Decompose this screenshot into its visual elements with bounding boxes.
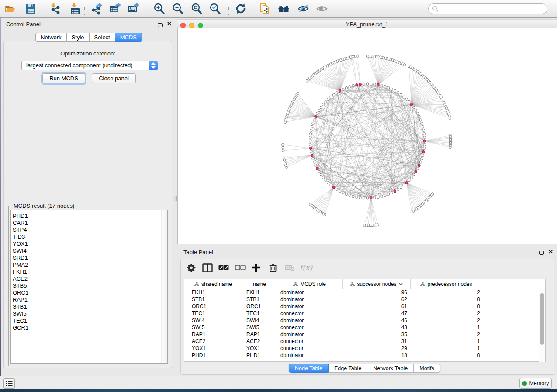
network-node[interactable] (415, 109, 417, 112)
network-node[interactable] (423, 143, 426, 146)
network-node[interactable] (327, 181, 329, 184)
column-header-shared-name[interactable]: shared name (184, 279, 242, 289)
network-node[interactable] (423, 147, 425, 149)
column-header-successor-nodes[interactable]: successor nodes (343, 279, 411, 289)
column-header-MCDS-role[interactable]: MCDS role (277, 279, 343, 289)
optimization-criterion-select[interactable]: largest connected component (undirected) (21, 61, 158, 70)
network-node[interactable] (422, 125, 424, 128)
control-tab-mcds[interactable]: MCDS (115, 33, 142, 42)
home-icon[interactable] (277, 2, 291, 15)
network-node[interactable] (336, 188, 338, 191)
network-node[interactable] (422, 129, 425, 131)
network-node[interactable] (356, 55, 359, 57)
network-node[interactable] (349, 194, 351, 196)
table-row[interactable]: SWI5SWI5connector431 (184, 324, 545, 331)
table-row[interactable]: STB1STB1dominator620 (184, 296, 545, 303)
network-node[interactable] (394, 89, 396, 92)
network-node[interactable] (416, 167, 419, 170)
mcds-node[interactable] (423, 140, 426, 142)
table-row[interactable]: YOX1YOX1connector291 (184, 345, 545, 352)
column-header-name[interactable]: name (242, 279, 277, 289)
create-column-plus-icon[interactable] (251, 262, 261, 273)
export-network-icon[interactable] (90, 2, 103, 15)
network-node[interactable] (381, 84, 383, 87)
mcds-node[interactable] (418, 164, 420, 167)
mcds-result-list[interactable]: PHD1CAR1STP4TID3YOX1SWI4SRD1PMA2FKH1ACE2… (10, 210, 168, 364)
network-node[interactable] (327, 98, 329, 100)
export-image-icon[interactable] (127, 2, 140, 15)
network-node[interactable] (363, 197, 365, 199)
network-node[interactable] (345, 86, 347, 89)
export-table-icon[interactable] (108, 2, 121, 15)
mcds-node[interactable] (356, 83, 358, 86)
network-node[interactable] (423, 136, 426, 139)
mcds-result-item[interactable]: PHD1 (11, 213, 159, 220)
network-node[interactable] (408, 100, 410, 103)
network-node[interactable] (282, 146, 284, 149)
network-node[interactable] (400, 186, 402, 189)
network-node[interactable] (397, 91, 399, 94)
network-node[interactable] (422, 154, 424, 156)
network-node[interactable] (352, 195, 354, 198)
network-node[interactable] (312, 122, 314, 124)
mcds-node[interactable] (394, 190, 396, 193)
network-node[interactable] (356, 196, 358, 199)
table-scrollbar[interactable] (539, 289, 545, 362)
show-column-panel-icon[interactable] (202, 262, 213, 273)
network-node[interactable] (315, 164, 317, 167)
mcds-result-item[interactable]: GCR1 (11, 324, 159, 331)
network-node[interactable] (322, 176, 324, 179)
delete-table-icon[interactable] (284, 262, 295, 273)
network-node[interactable] (342, 191, 344, 194)
network-node[interactable] (377, 196, 379, 199)
close-panel-icon[interactable]: ✕ (167, 22, 172, 26)
network-node[interactable] (313, 161, 315, 163)
mcds-node[interactable] (316, 167, 318, 170)
network-node[interactable] (403, 96, 405, 98)
network-node[interactable] (309, 143, 311, 146)
network-node[interactable] (313, 119, 315, 121)
mcds-node[interactable] (359, 83, 361, 86)
run-mcds-button[interactable]: Run MCDS (42, 73, 85, 83)
mcds-result-item[interactable]: STB1 (11, 303, 159, 310)
mcds-result-item[interactable]: SWI5 (11, 310, 159, 317)
column-header-predecessor-nodes[interactable]: predecessor nodes (411, 279, 482, 289)
mcds-node[interactable] (311, 154, 313, 156)
table-row[interactable]: SWI4SWI4dominator462 (184, 317, 545, 324)
network-node[interactable] (363, 83, 365, 85)
mcds-result-item[interactable]: SWI4 (11, 248, 159, 254)
network-node[interactable] (384, 85, 386, 88)
network-node[interactable] (384, 194, 386, 196)
clone-network-icon[interactable] (259, 2, 272, 15)
table-row[interactable]: PHD1PHD1dominator180 (184, 352, 545, 359)
network-node[interactable] (370, 83, 372, 85)
network-node[interactable] (318, 170, 320, 173)
close-panel-button[interactable]: Close panel (92, 73, 136, 83)
network-node[interactable] (352, 55, 354, 58)
network-node[interactable] (309, 203, 311, 206)
float-panel-icon[interactable] (158, 22, 163, 28)
network-node[interactable] (330, 184, 332, 186)
table-row[interactable]: ACE2ACE2connector311 (184, 338, 545, 345)
select-all-columns-icon[interactable] (218, 262, 229, 273)
mcds-node[interactable] (315, 115, 317, 118)
mcds-result-item[interactable]: FKH1 (11, 268, 159, 275)
table-settings-gear-icon[interactable] (187, 262, 196, 273)
network-node[interactable] (421, 157, 423, 160)
network-node[interactable] (408, 179, 410, 182)
table-tab-motifs[interactable]: Motifs (414, 364, 440, 373)
network-node[interactable] (325, 100, 327, 103)
network-node[interactable] (349, 85, 351, 88)
network-node[interactable] (310, 129, 312, 131)
mcds-node[interactable] (415, 170, 417, 173)
network-node[interactable] (412, 173, 415, 176)
network-node[interactable] (281, 143, 284, 146)
network-node[interactable] (387, 86, 390, 89)
control-tab-select[interactable]: Select (90, 33, 115, 42)
mcds-node[interactable] (410, 103, 412, 106)
network-node[interactable] (363, 224, 366, 227)
table-row[interactable]: TEC1TEC1connector472 (184, 310, 545, 317)
table-scrollbar-thumb[interactable] (540, 293, 544, 345)
network-node[interactable] (312, 157, 314, 160)
network-node[interactable] (403, 184, 405, 186)
